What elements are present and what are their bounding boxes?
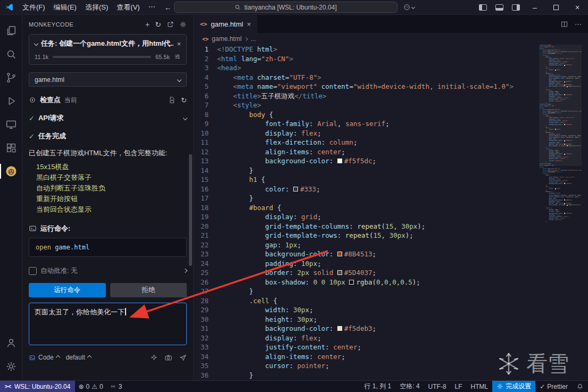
toggle-secondary-sidebar-icon[interactable] [512, 4, 520, 11]
code-line[interactable]: 27 } [194, 287, 588, 296]
nav-back-icon[interactable]: ← [161, 3, 176, 12]
color-swatch[interactable] [337, 326, 342, 331]
tab-game-html[interactable]: <> game.html × [194, 15, 258, 33]
code-line[interactable]: 4 <meta charset="UTF-8"> [194, 73, 588, 82]
restore-icon[interactable]: ↻ [181, 96, 187, 104]
mode-dropdown[interactable]: Code [29, 354, 60, 361]
panel-settings-icon[interactable] [179, 21, 187, 28]
menu-item[interactable]: 编辑(E) [49, 1, 81, 14]
menu-item[interactable]: ⋯ [144, 1, 160, 14]
color-swatch[interactable] [564, 213, 565, 214]
breadcrumb-file[interactable]: game.html [212, 35, 242, 43]
code-line[interactable]: 33 justify-content: center; [194, 343, 588, 352]
color-swatch[interactable] [337, 270, 342, 275]
menu-item[interactable]: 文件(F) [18, 1, 49, 14]
language-mode[interactable]: HTML [467, 381, 493, 392]
color-swatch[interactable] [567, 205, 568, 206]
code-line[interactable]: 15 h1 { [194, 175, 588, 185]
code-line[interactable]: 20 grid-template-columns: repeat(15, 30p… [194, 222, 588, 231]
code-line[interactable]: 7 <style> [194, 101, 588, 110]
history-icon[interactable]: ↻ [155, 20, 161, 29]
code-line[interactable]: 23 background-color: #8B4513; [194, 249, 588, 259]
sidebar-scrollbar[interactable] [189, 154, 192, 266]
remote-explorer-icon[interactable] [0, 113, 22, 136]
code-line[interactable]: 3<head> [194, 63, 588, 73]
code-line[interactable]: 22 gap: 1px; [194, 240, 588, 250]
color-swatch[interactable] [337, 159, 342, 163]
code-line[interactable]: 35 cursor: pointer; [194, 361, 588, 371]
chevron-right-icon[interactable] [183, 269, 187, 273]
code-line[interactable]: 10 display: flex; [194, 129, 588, 138]
split-editor-icon[interactable] [560, 20, 568, 28]
minimize-button[interactable]: – [524, 0, 545, 15]
code-line[interactable]: 24 padding: 10px; [194, 259, 588, 269]
remote-indicator[interactable]: >< WSL: Ubuntu-20.04 [0, 381, 75, 392]
code-line[interactable]: 18 #board { [194, 203, 588, 213]
finish-setup-button[interactable]: 完成设置 [492, 381, 535, 392]
new-task-icon[interactable]: + [145, 20, 150, 29]
menu-item[interactable]: 选择(S) [81, 1, 112, 14]
collapse-task-icon[interactable] [34, 41, 38, 46]
account-icon[interactable] [0, 331, 22, 355]
send-icon[interactable] [179, 354, 187, 362]
screenshot-icon[interactable] [164, 354, 172, 362]
code-line[interactable]: 31 background-color: #f5deb3; [194, 324, 588, 333]
encoding[interactable]: UTF-8 [424, 381, 451, 392]
code-line[interactable]: 12 align-items: center; [194, 147, 588, 157]
close-task-icon[interactable]: × [177, 40, 181, 48]
code-line[interactable]: 30 height: 30px; [194, 315, 588, 324]
code-line[interactable]: 29 width: 30px; [194, 305, 588, 315]
code-area[interactable]: 1<!DOCTYPE html>2<html lang="zh-CN">3<he… [194, 45, 588, 380]
code-line[interactable]: 6 <title>五子棋游戏</title> [194, 91, 588, 101]
auto-approve-checkbox[interactable] [29, 267, 37, 275]
search-sidebar-icon[interactable] [0, 43, 22, 66]
color-swatch[interactable] [293, 187, 298, 191]
minimap[interactable]: <!DOCTYPE html><html lang="zh-CN"><head>… [539, 45, 582, 380]
color-swatch[interactable] [337, 252, 342, 256]
command-center-search[interactable]: tianyancha [WSL: Ubuntu-20.04] [174, 2, 397, 13]
color-swatch[interactable] [349, 280, 354, 285]
cursor-position[interactable]: 行 1, 列 1 [360, 381, 396, 392]
close-tab-icon[interactable]: × [247, 20, 251, 28]
code-line[interactable]: 28 .cell { [194, 296, 588, 306]
notifications-bell-icon[interactable] [572, 381, 588, 392]
code-line[interactable]: 2<html lang="zh-CN"> [194, 54, 588, 64]
settings-gear-icon[interactable] [0, 355, 22, 378]
menu-item[interactable]: 查看(V) [112, 1, 144, 14]
code-line[interactable]: 34 align-items: center; [194, 352, 588, 362]
color-swatch[interactable] [564, 199, 565, 201]
copilot-icon[interactable] [403, 3, 415, 11]
indentation[interactable]: 空格: 4 [395, 381, 424, 392]
chevron-down-icon[interactable] [183, 116, 187, 120]
code-line[interactable]: 16 color: #333; [194, 185, 588, 194]
eol[interactable]: LF [451, 381, 467, 392]
code-line[interactable]: 13 background-color: #f5f5dc; [194, 156, 588, 166]
extensions-icon[interactable] [0, 136, 22, 160]
toggle-sidebar-icon[interactable] [479, 4, 487, 11]
breadcrumb[interactable]: <> game.html ... [194, 33, 588, 45]
formatter-indicator[interactable]: ✓ Prettier [535, 381, 572, 392]
minimap-slider[interactable] [539, 45, 582, 166]
editor-more-icon[interactable]: ⋯ [575, 20, 582, 28]
close-window-button[interactable]: × [567, 0, 588, 15]
breadcrumb-more[interactable]: ... [251, 35, 256, 43]
code-line[interactable]: 5 <meta name="viewport" content="width=d… [194, 82, 588, 91]
code-line[interactable]: 1<!DOCTYPE html> [194, 45, 588, 54]
code-line[interactable]: 32 display: flex; [194, 333, 588, 343]
code-line[interactable]: 21 grid-template-rows: repeat(15, 30px); [194, 231, 588, 240]
problems-indicator[interactable]: ⊗ 0 ⚠ 0 [75, 381, 106, 392]
code-line[interactable]: 9 font-family: Arial, sans-serif; [194, 119, 588, 129]
reject-button[interactable]: 拒绝 [110, 283, 187, 297]
open-in-editor-icon[interactable] [167, 21, 174, 28]
explorer-icon[interactable] [0, 19, 22, 43]
code-line[interactable]: 11 flex-direction: column; [194, 138, 588, 147]
ports-indicator[interactable]: 3 [106, 381, 126, 392]
color-swatch[interactable] [564, 183, 565, 184]
prompt-input[interactable]: 页面太丑了，你给他美化一下 [29, 303, 187, 345]
code-line[interactable]: 36 } [194, 371, 588, 380]
maximize-button[interactable] [545, 0, 567, 15]
toggle-panel-icon[interactable] [495, 4, 503, 11]
code-line[interactable]: 8 body { [194, 110, 588, 120]
file-dropdown[interactable]: game.html [29, 72, 187, 87]
code-line[interactable]: 17 } [194, 194, 588, 203]
